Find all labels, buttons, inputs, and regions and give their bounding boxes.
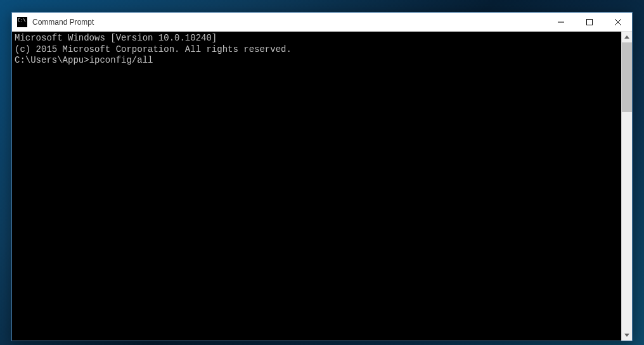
chevron-up-icon [624, 35, 629, 39]
terminal-prompt: C:\Users\Appu> [15, 55, 89, 66]
terminal-output[interactable]: Microsoft Windows [Version 10.0.10240](c… [12, 32, 621, 341]
scroll-down-button[interactable] [622, 330, 632, 341]
svg-marker-4 [624, 35, 629, 39]
svg-marker-5 [624, 334, 629, 337]
close-icon [615, 19, 621, 25]
vertical-scrollbar[interactable] [621, 32, 632, 341]
close-button[interactable] [603, 13, 632, 31]
svg-rect-1 [586, 19, 592, 25]
terminal-command: ipconfig/all [89, 55, 153, 66]
command-prompt-window: Command Prompt Microsoft Windows [Versio… [11, 12, 633, 341]
terminal-line: Microsoft Windows [Version 10.0.10240] [15, 33, 619, 44]
minimize-icon [558, 19, 564, 25]
maximize-button[interactable] [575, 13, 603, 31]
scroll-thumb[interactable] [622, 42, 632, 112]
chevron-down-icon [624, 334, 629, 337]
scroll-up-button[interactable] [622, 32, 632, 42]
command-prompt-icon [17, 17, 27, 27]
terminal-prompt-line: C:\Users\Appu>ipconfig/all [15, 55, 619, 66]
maximize-icon [586, 19, 593, 25]
terminal-area: Microsoft Windows [Version 10.0.10240](c… [12, 32, 632, 341]
window-title: Command Prompt [32, 18, 546, 27]
scroll-track[interactable] [622, 42, 632, 330]
window-controls [546, 13, 632, 31]
titlebar[interactable]: Command Prompt [12, 13, 632, 32]
terminal-line: (c) 2015 Microsoft Corporation. All righ… [15, 44, 619, 56]
minimize-button[interactable] [546, 13, 575, 31]
